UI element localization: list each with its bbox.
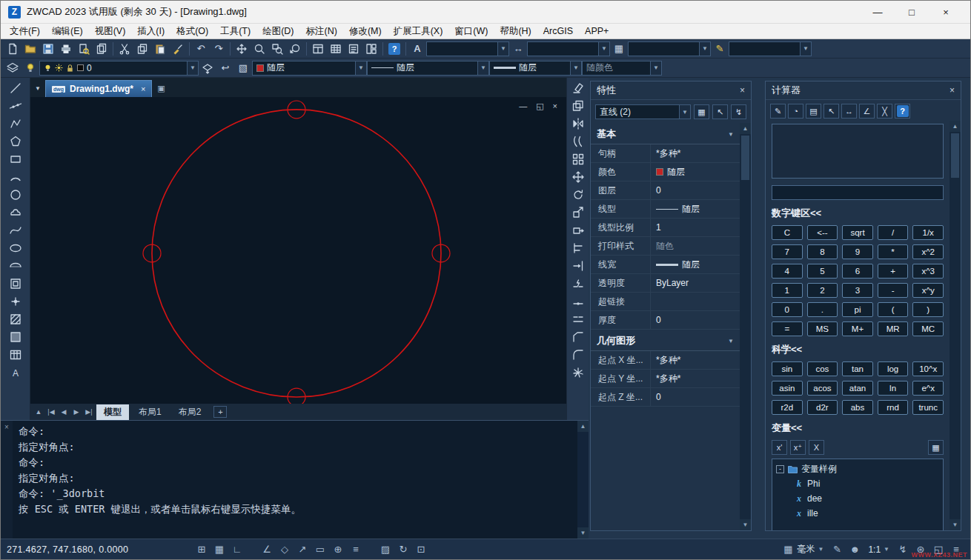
menu-dimension[interactable]: 标注(N) [300,24,343,39]
tool-move-icon[interactable] [569,168,588,186]
calc-button[interactable]: sqrt [842,225,873,240]
calc-button[interactable]: 8 [807,244,838,259]
calc-button[interactable]: r2d [772,400,803,415]
tool-polyline-icon[interactable] [6,115,25,133]
annotation-icon[interactable]: ⊡ [413,542,429,557]
ducs-toggle-icon[interactable]: ▭ [312,542,328,557]
tool-chamfer-icon[interactable] [569,328,588,346]
tool-join-icon[interactable] [569,310,588,328]
tree-root-row[interactable]: - 变量样例 [776,461,939,476]
calc-button[interactable]: MC [912,321,944,336]
tab-model[interactable]: 模型 [96,404,129,420]
scientific-section-label[interactable]: 科学<< [772,343,944,356]
menu-window[interactable]: 窗口(W) [448,24,494,39]
calc-button[interactable]: ( [878,302,909,317]
calc-clear-history-icon[interactable]: ◔ [788,104,803,119]
scroll-thumb[interactable] [741,136,749,180]
doc-list-icon[interactable]: ▼ [32,80,44,97]
tab-layout1[interactable]: 布局1 [131,404,169,420]
doc-minimize-icon[interactable]: — [519,101,527,111]
menu-arcgis[interactable]: ArcGIS [537,24,579,38]
tool-array-icon[interactable] [569,150,588,168]
calc-help-icon[interactable]: ? [895,104,910,119]
snap-toggle-icon[interactable]: ⊞ [193,542,210,557]
properties-scrollbar[interactable]: ▲ ▼ [740,123,751,530]
calc-button[interactable]: x^2 [912,244,944,259]
tool-stretch-icon[interactable] [569,221,588,239]
osnap-toggle-icon[interactable]: ◇ [276,542,293,557]
table-style-combo[interactable]: ▼ [628,41,711,56]
tool-gradient-icon[interactable] [6,328,25,346]
named-views-icon[interactable] [309,41,327,57]
section-geometry[interactable]: 几何图形 ▼ [591,330,740,351]
cut-icon[interactable] [116,41,133,57]
collapse-icon[interactable]: - [776,465,784,473]
calc-button[interactable]: MS [807,321,838,336]
layer-states-icon[interactable]: ▧ [234,60,252,76]
mleader-style-combo[interactable]: ▼ [729,41,812,56]
tool-spline-icon[interactable] [6,221,25,239]
publish-icon[interactable] [93,41,110,57]
ortho-toggle-icon[interactable]: ∟ [229,542,245,557]
plot-icon[interactable] [57,41,75,57]
tab-close-icon[interactable]: × [141,84,145,93]
document-tab[interactable]: dwg Drawing1.dwg* × [45,80,152,97]
match-properties-icon[interactable] [169,41,187,57]
property-row[interactable]: 颜色随层 [591,163,740,181]
calc-paste-value-icon[interactable]: ▤ [806,104,821,119]
menu-modify[interactable]: 修改(M) [343,24,388,39]
tool-copy-icon[interactable] [569,97,588,115]
menu-app-plus[interactable]: APP+ [579,24,614,38]
property-row[interactable]: 起点 X 坐...*多种* [591,351,740,370]
tab-layout2[interactable]: 布局2 [171,404,209,420]
units-combo[interactable]: ▦ 毫米 ▼ [778,542,827,557]
edit-variable-icon[interactable]: x⁺ [790,440,806,455]
tool-offset-icon[interactable] [569,133,588,150]
property-row[interactable]: 句柄*多种* [591,144,740,163]
calc-button[interactable]: 1 [772,283,803,298]
tab-next-icon[interactable]: ▶ [71,408,82,416]
property-row[interactable]: 超链接 [591,293,740,311]
tool-erase-icon[interactable] [569,79,588,97]
layer-on-off-icon[interactable] [21,60,39,76]
new-file-icon[interactable] [4,41,21,57]
help-icon[interactable]: ? [385,41,403,57]
calc-button[interactable]: 2 [807,283,838,298]
return-to-calculator-icon[interactable]: ▦ [928,440,944,455]
calc-button[interactable]: ) [912,302,944,317]
calc-button[interactable]: sin [772,361,803,376]
calc-button[interactable]: 0 [772,302,803,317]
tab-prev-icon[interactable]: ◀ [59,408,69,416]
linetype-combo[interactable]: 随层 ▼ [367,61,489,76]
undo-icon[interactable]: ↶ [192,41,210,57]
new-variable-icon[interactable]: x' [772,440,787,455]
calc-button[interactable]: ln [878,381,909,396]
lineweight-toggle-icon[interactable]: ≡ [348,542,364,557]
open-file-icon[interactable] [21,41,39,57]
calculator-scrollbar[interactable]: ▲ ▼ [950,121,961,530]
calc-button[interactable]: pi [842,302,873,317]
property-row[interactable]: 透明度ByLayer [591,274,740,293]
command-close-icon[interactable]: × [4,423,9,431]
calc-clear-icon[interactable]: ✎ [770,104,786,119]
doc-close-icon[interactable]: × [553,101,557,111]
tool-break-icon[interactable] [569,293,588,310]
delete-variable-icon[interactable]: X [809,440,824,455]
grid-toggle-icon[interactable]: ▦ [211,542,228,557]
numpad-section-label[interactable]: 数字键区<< [772,207,944,220]
quick-select-icon[interactable]: ▦ [694,104,709,119]
zoom-previous-icon[interactable] [286,41,304,57]
layer-manager-icon[interactable] [4,60,21,76]
calc-button[interactable]: / [878,225,909,240]
tool-trim-icon[interactable] [569,239,588,257]
menu-file[interactable]: 文件(F) [4,24,46,39]
zoom-realtime-icon[interactable] [251,41,268,57]
workspace-brush-icon[interactable]: ✎ [829,542,845,557]
table-icon[interactable] [327,41,345,57]
calc-intersection-icon[interactable]: ╳ [877,104,892,119]
calc-button[interactable]: + [878,264,909,279]
calc-button[interactable]: cos [807,361,838,376]
pan-icon[interactable] [233,41,251,57]
make-layer-current-icon[interactable] [199,60,216,76]
tool-polygon-icon[interactable] [6,133,25,150]
